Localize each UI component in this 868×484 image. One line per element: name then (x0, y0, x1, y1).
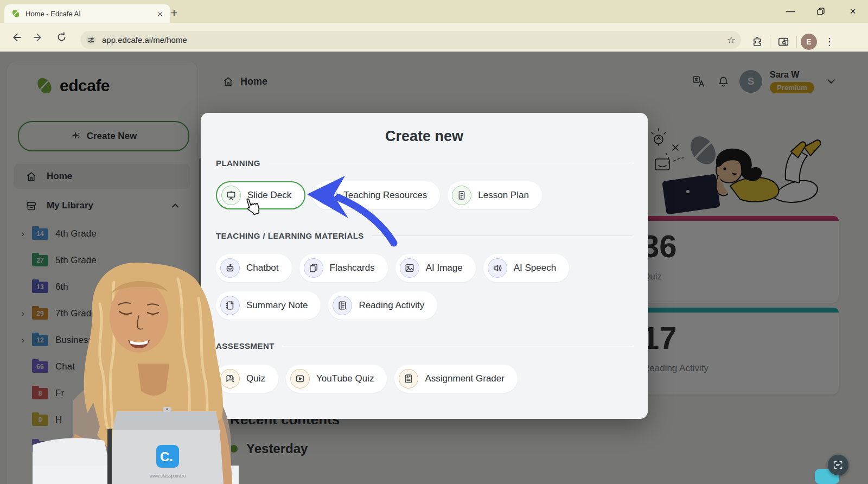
window-close-button[interactable]: × (840, 0, 865, 23)
slide-deck-icon (221, 186, 241, 205)
create-option-chatbot[interactable]: Chatbot (216, 254, 292, 282)
toolbar-divider (796, 36, 797, 48)
teaching-resources-icon (317, 186, 337, 205)
materials-row-1: Chatbot Flashcards AI Image AI Speech (216, 254, 633, 282)
create-option-youtube-quiz[interactable]: YouTube Quiz (286, 365, 387, 393)
browser-menu-icon[interactable]: ⋮ (822, 36, 837, 48)
section-divider (269, 163, 633, 163)
back-button[interactable] (7, 28, 25, 47)
site-settings-icon[interactable] (86, 35, 97, 46)
create-option-reading-activity[interactable]: Reading Activity (328, 291, 437, 320)
section-divider (283, 346, 633, 346)
reload-button[interactable] (52, 28, 71, 47)
create-option-teaching-resources[interactable]: Teaching Resources (313, 181, 440, 209)
flashcards-icon (304, 258, 323, 278)
assessment-row: Quiz YouTube Quiz Assignment Grader (216, 365, 633, 393)
lesson-plan-icon (452, 186, 471, 205)
toolbar-divider (770, 36, 770, 48)
create-new-modal: Create new PLANNING Slide Deck Teaching … (201, 113, 648, 419)
scan-icon (833, 460, 844, 470)
section-divider (373, 235, 633, 236)
create-option-ai-image[interactable]: AI Image (395, 254, 476, 282)
reading-activity-icon (333, 296, 352, 315)
summary-note-icon (220, 296, 240, 315)
toolbar-actions: E ⋮ (748, 33, 837, 51)
create-option-summary-note[interactable]: Summary Note (216, 291, 321, 320)
url-text[interactable]: app.edcafe.ai/me/home (102, 35, 722, 44)
extensions-icon[interactable] (748, 33, 766, 51)
address-bar[interactable]: app.edcafe.ai/me/home ☆ (80, 31, 741, 49)
tab-close-icon[interactable]: × (155, 9, 165, 18)
create-option-assignment-grader[interactable]: Assignment Grader (394, 365, 517, 393)
create-option-quiz[interactable]: Quiz (216, 365, 278, 393)
tab-title: Home - Edcafe AI (25, 10, 150, 18)
new-tab-button[interactable]: + (166, 5, 182, 21)
browser-tabstrip: Home - Edcafe AI × + — × (0, 0, 868, 23)
modal-title: Create new (201, 128, 648, 145)
create-option-flashcards[interactable]: Flashcards (299, 254, 388, 282)
planning-row: Slide Deck Teaching Resources Lesson Pla… (216, 181, 633, 209)
materials-row-2: Summary Note Reading Activity (216, 291, 633, 320)
browser-tab[interactable]: Home - Edcafe AI × (4, 4, 170, 23)
create-option-slide-deck[interactable]: Slide Deck (216, 181, 305, 209)
ai-speech-icon (488, 258, 507, 278)
bookmark-star-icon[interactable]: ☆ (727, 34, 736, 46)
favicon-leaf-icon (11, 9, 21, 18)
screen: Home - Edcafe AI × + — × app.edcafe.ai/m… (0, 0, 868, 484)
youtube-quiz-icon (290, 369, 310, 389)
section-header-assessment: ASSESSMENT (216, 341, 633, 351)
forward-button[interactable] (29, 28, 48, 47)
window-minimize-button[interactable]: — (778, 0, 803, 23)
chatbot-icon (220, 258, 240, 278)
create-option-lesson-plan[interactable]: Lesson Plan (448, 181, 542, 209)
browser-profile-avatar[interactable]: E (801, 34, 817, 50)
section-header-teaching-materials: TEACHING / LEARNING MATERIALS (216, 231, 633, 240)
assignment-grader-icon (399, 369, 418, 389)
ai-image-icon (400, 258, 419, 278)
screen-capture-button[interactable] (828, 455, 848, 475)
window-restore-button[interactable] (808, 0, 833, 23)
side-panel-search-icon[interactable] (774, 33, 793, 51)
create-option-ai-speech[interactable]: AI Speech (483, 254, 569, 282)
quiz-icon (220, 369, 240, 389)
section-header-planning: PLANNING (216, 158, 633, 168)
